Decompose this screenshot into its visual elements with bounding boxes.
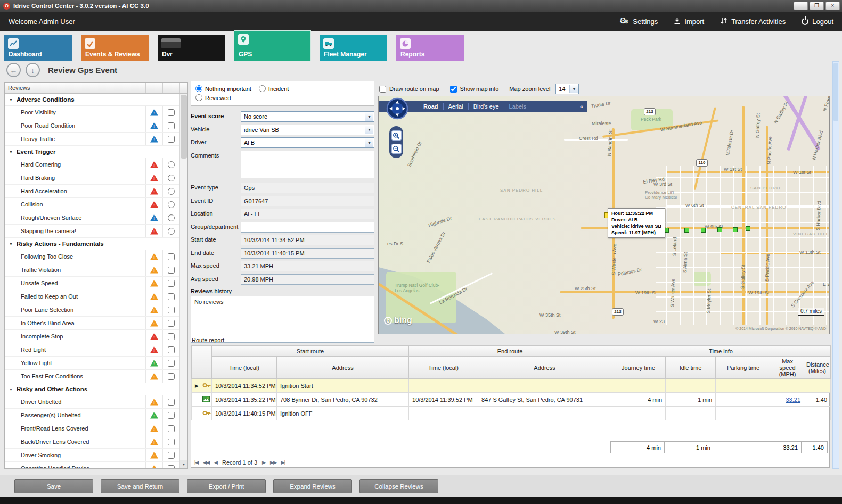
- column-group-start-route[interactable]: Start route: [212, 346, 409, 357]
- reviews-scrollbar-thumb[interactable]: [181, 95, 187, 159]
- next-page-button[interactable]: ▶▶: [270, 460, 276, 465]
- review-item-checkbox[interactable]: [168, 373, 175, 380]
- column-header-address[interactable]: Address: [277, 357, 409, 379]
- zoom-in-button[interactable]: [391, 130, 402, 141]
- map-compass-control[interactable]: [386, 97, 408, 122]
- map-mode-road[interactable]: Road: [423, 103, 438, 110]
- review-item-radio[interactable]: [168, 214, 175, 221]
- location-field[interactable]: [241, 209, 374, 219]
- review-item-checkbox[interactable]: [168, 360, 175, 367]
- start-date-field[interactable]: [241, 235, 374, 245]
- route-report-row[interactable]: 10/3/2014 11:35:22 PM 708 Bynner Dr, San…: [192, 393, 831, 407]
- maximize-button[interactable]: ❐: [810, 2, 824, 10]
- column-group-end-route[interactable]: End route: [409, 346, 611, 357]
- last-record-button[interactable]: ▶|: [281, 460, 285, 465]
- save-button[interactable]: Save: [14, 479, 93, 493]
- column-header-max-speed-mph[interactable]: Max speed (MPH): [771, 357, 804, 379]
- map-mode-labels[interactable]: Labels: [509, 103, 526, 110]
- column-header-parking-time[interactable]: Parking time: [716, 357, 771, 379]
- tab-dashboard[interactable]: Dashboard: [4, 35, 72, 61]
- reviews-history-box[interactable]: No reviews: [191, 296, 374, 343]
- avg-speed-field[interactable]: [241, 274, 374, 285]
- event-type-field[interactable]: [241, 183, 374, 193]
- reviews-scrollbar[interactable]: ▼: [179, 94, 187, 468]
- tab-reports[interactable]: Reports: [396, 35, 464, 61]
- review-item-radio[interactable]: [168, 201, 175, 208]
- back-button[interactable]: ←: [6, 63, 21, 77]
- column-header-distance-miles[interactable]: Distance (Miles): [804, 357, 831, 379]
- window-scrollbar-thumb[interactable]: [833, 63, 838, 121]
- logout-menu-item[interactable]: Logout: [802, 18, 833, 26]
- settings-menu-item[interactable]: ⚙⚙ Settings: [619, 17, 658, 26]
- review-item-checkbox[interactable]: [168, 320, 175, 327]
- column-group-time-info[interactable]: Time info: [611, 346, 831, 357]
- review-item-checkbox[interactable]: [168, 122, 175, 129]
- close-button[interactable]: ×: [825, 2, 840, 10]
- max-speed-link[interactable]: 33.21: [786, 396, 801, 403]
- import-menu-item[interactable]: Import: [674, 17, 704, 26]
- column-header-journey-time[interactable]: Journey time: [611, 357, 666, 379]
- review-item-checkbox[interactable]: [168, 452, 175, 459]
- export-print-button[interactable]: Export / Print: [187, 479, 266, 493]
- map-zoom-select[interactable]: 14 ▼: [555, 84, 579, 94]
- review-item-checkbox[interactable]: [168, 136, 175, 143]
- review-item-radio[interactable]: [168, 175, 175, 181]
- driver-select[interactable]: Al B ▼: [241, 137, 374, 148]
- next-record-button[interactable]: ▶: [262, 460, 265, 465]
- map-mode-bird-s-eye[interactable]: Bird's eye: [473, 103, 499, 110]
- review-item-radio[interactable]: [168, 161, 175, 168]
- draw-route-checkbox[interactable]: [379, 86, 386, 93]
- status-option-nothing-important[interactable]: Nothing important: [195, 85, 251, 92]
- column-header-time-local[interactable]: Time (local): [212, 357, 277, 379]
- review-item-checkbox[interactable]: [168, 109, 175, 116]
- show-map-info-checkbox[interactable]: [450, 86, 457, 93]
- tab-events-reviews[interactable]: Events & Reviews: [81, 35, 149, 61]
- group-department-field[interactable]: [241, 222, 374, 233]
- review-item-checkbox[interactable]: [168, 293, 175, 300]
- review-item-checkbox[interactable]: [168, 333, 175, 340]
- collapse-reviews-button[interactable]: Collapse Reviews: [359, 479, 438, 493]
- status-option-reviewed[interactable]: Reviewed: [195, 94, 231, 101]
- column-header-time-local[interactable]: Time (local): [409, 357, 478, 379]
- tab-dvr[interactable]: Dvr: [158, 35, 225, 61]
- status-radio-reviewed[interactable]: [195, 94, 202, 101]
- vehicle-select[interactable]: idrive Van SB ▼: [241, 125, 374, 135]
- scroll-down-button[interactable]: ↓: [26, 63, 40, 77]
- review-item-checkbox[interactable]: [168, 307, 175, 313]
- minimize-button[interactable]: –: [794, 2, 808, 10]
- save-and-return-button[interactable]: Save and Return: [101, 479, 179, 493]
- max-speed-field[interactable]: [241, 261, 374, 271]
- review-item-checkbox[interactable]: [168, 465, 175, 469]
- review-item-radio[interactable]: [168, 228, 175, 235]
- map-mode-aerial[interactable]: Aerial: [448, 103, 463, 110]
- bing-map[interactable]: Trudie DrPeck ParkMiralesteW Summerland …: [378, 96, 830, 334]
- review-item-checkbox[interactable]: [168, 399, 175, 406]
- review-group-risky-and-other-actions[interactable]: ▼Risky and Other Actions: [5, 383, 179, 395]
- expand-reviews-button[interactable]: Expand Reviews: [273, 479, 352, 493]
- status-option-incident[interactable]: Incident: [259, 85, 289, 92]
- zoom-out-button[interactable]: [391, 144, 402, 154]
- reviews-scroll-down-arrow[interactable]: ▼: [180, 460, 187, 468]
- prev-record-button[interactable]: ◀: [214, 460, 217, 465]
- review-group-risky-actions-fundamentals[interactable]: ▼Risky Actions - Fundamentals: [5, 238, 179, 250]
- status-radio-incident[interactable]: [259, 85, 266, 92]
- review-group-adverse-conditions[interactable]: ▼Adverse Conditions: [5, 94, 179, 106]
- review-item-checkbox[interactable]: [168, 412, 175, 419]
- window-vertical-scrollbar[interactable]: [832, 61, 839, 469]
- tab-gps[interactable]: GPS: [234, 31, 310, 61]
- route-report-row[interactable]: 10/3/2014 11:40:15 PM Ignition OFF: [192, 407, 831, 420]
- review-item-checkbox[interactable]: [168, 425, 175, 432]
- review-item-checkbox[interactable]: [168, 267, 175, 274]
- collapse-toolbar-button[interactable]: «: [580, 103, 583, 110]
- transfer-activities-menu-item[interactable]: Transfer Activities: [720, 17, 786, 26]
- column-header-idle-time[interactable]: Idle time: [666, 357, 716, 379]
- column-header-address[interactable]: Address: [478, 357, 611, 379]
- review-item-checkbox[interactable]: [168, 439, 175, 445]
- review-item-checkbox[interactable]: [168, 346, 175, 353]
- comments-textarea[interactable]: [241, 151, 374, 178]
- review-item-checkbox[interactable]: [168, 280, 175, 287]
- review-item-checkbox[interactable]: [168, 253, 175, 260]
- review-item-radio[interactable]: [168, 188, 175, 195]
- end-date-field[interactable]: [241, 248, 374, 259]
- prev-page-button[interactable]: ◀◀: [203, 460, 209, 465]
